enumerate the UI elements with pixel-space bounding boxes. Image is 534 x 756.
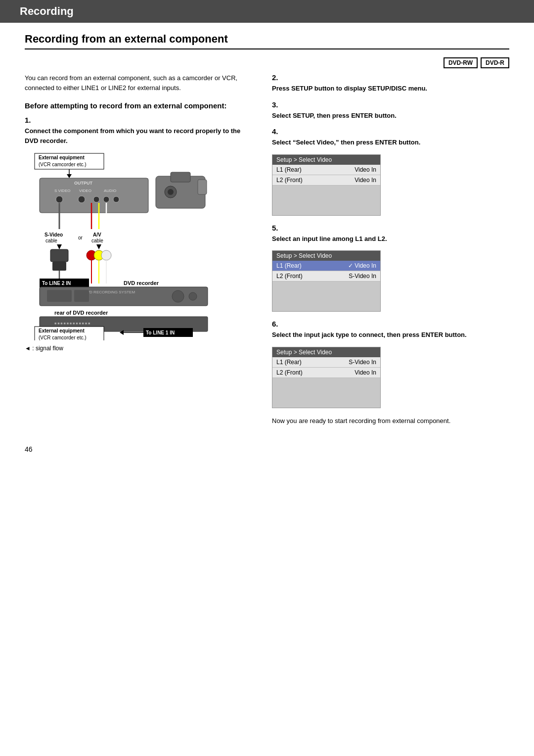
svg-text:AUDIO: AUDIO	[104, 189, 116, 193]
menu-step6-row2-value: Video In	[355, 369, 376, 376]
step-5-text: Select an input line among L1 and L2.	[272, 234, 499, 244]
menu-step6-row2-label: L2 (Front)	[276, 369, 303, 376]
menu-step6-body	[272, 378, 380, 408]
step-4-text: Select “Select Video,” then press ENTER …	[272, 138, 499, 147]
main-content: Recording from an external component DVD…	[0, 23, 534, 473]
svg-rect-5	[40, 178, 148, 213]
signal-flow-text: ◄ : signal flow	[25, 345, 252, 352]
svg-marker-29	[57, 244, 62, 249]
svg-point-10	[56, 196, 63, 203]
disc-badges: DVD-RW DVD-R	[25, 57, 509, 68]
menu-step5-row-2: L2 (Front) S-Video In	[272, 271, 380, 282]
svg-rect-19	[198, 180, 207, 194]
step-5-number: 5.	[272, 224, 499, 232]
svg-point-18	[168, 189, 174, 195]
svg-text:External equipment: External equipment	[39, 155, 85, 160]
menu-step4: Setup > Select Video L1 (Rear) Video In …	[272, 154, 381, 216]
svg-text:To LINE 1 IN: To LINE 1 IN	[146, 330, 175, 335]
step-3-text: Select SETUP, then press ENTER button.	[272, 111, 499, 121]
menu-step5-body	[272, 282, 380, 311]
intro-text: You can record from an external componen…	[25, 73, 252, 93]
two-column-layout: You can record from an external componen…	[25, 73, 509, 425]
svg-text:■ ■ ■ ■ ■ ■ ■ ■ ■ ■ ■ ■: ■ ■ ■ ■ ■ ■ ■ ■ ■ ■ ■ ■	[54, 322, 90, 325]
svg-point-47	[172, 290, 184, 302]
svg-text:(VCR camcorder etc.): (VCR camcorder etc.)	[39, 335, 87, 340]
menu-step5-row2-label: L2 (Front)	[276, 273, 303, 280]
menu-step4-row-2: L2 (Front) Video In	[272, 175, 380, 186]
menu-step5-row2-value: S-Video In	[349, 273, 376, 280]
svg-rect-45	[47, 290, 72, 302]
menu-step4-row1-value: Video In	[355, 166, 376, 173]
header-title: Recording	[20, 5, 74, 17]
menu-step5: Setup > Select Video L1 (Rear) ✓ Video I…	[272, 250, 381, 312]
svg-rect-32	[52, 262, 66, 271]
disc-badge-dvdr: DVD-R	[481, 57, 509, 68]
disc-badge-dvdrw: DVD-RW	[444, 57, 478, 68]
menu-step5-row1-value: ✓ Video In	[348, 262, 376, 269]
menu-step6-row-1: L1 (Rear) S-Video In	[272, 357, 380, 368]
svg-text:VIDEO: VIDEO	[79, 189, 91, 193]
svg-text:S VIDEO: S VIDEO	[54, 189, 70, 193]
step-2-number: 2.	[272, 73, 499, 82]
svg-rect-16	[171, 172, 190, 182]
svg-text:or: or	[78, 235, 83, 240]
svg-point-14	[113, 196, 119, 202]
menu-step6-row-2: L2 (Front) Video In	[272, 368, 380, 378]
svg-text:(VCR camcorder etc.): (VCR camcorder etc.)	[39, 162, 87, 167]
svg-point-11	[78, 196, 85, 203]
svg-text:rear of DVD recorder: rear of DVD recorder	[54, 310, 108, 316]
menu-step4-title: Setup > Select Video	[272, 155, 380, 165]
menu-step5-row1-label: L1 (Rear)	[276, 262, 302, 269]
svg-text:DVD recorder: DVD recorder	[124, 280, 159, 286]
svg-rect-31	[50, 249, 68, 262]
menu-step4-row2-value: Video In	[355, 177, 376, 184]
svg-text:External equipment: External equipment	[39, 328, 85, 333]
section-title: Recording from an external component	[25, 33, 509, 49]
svg-text:DVD RECORDING SYSTEM: DVD RECORDING SYSTEM	[84, 290, 135, 294]
left-column: You can record from an external componen…	[25, 73, 252, 425]
before-heading: Before attempting to record from an exte…	[25, 101, 252, 110]
page-header: Recording	[0, 0, 534, 23]
diagram-svg: External equipment (VCR camcorder etc.) …	[25, 152, 222, 340]
menu-step4-row2-label: L2 (Front)	[276, 177, 303, 184]
menu-step4-row-1: L1 (Rear) Video In	[272, 165, 380, 175]
step-4-number: 4.	[272, 127, 499, 136]
menu-step6-title: Setup > Select Video	[272, 347, 380, 357]
svg-text:S-Video: S-Video	[44, 232, 63, 237]
step-3-number: 3.	[272, 100, 499, 109]
svg-rect-46	[74, 290, 89, 302]
menu-step5-title: Setup > Select Video	[272, 251, 380, 261]
svg-marker-30	[96, 244, 101, 249]
svg-text:cable: cable	[45, 238, 57, 243]
svg-point-12	[93, 196, 99, 202]
step-6-number: 6.	[272, 320, 499, 328]
menu-step6: Setup > Select Video L1 (Rear) S-Video I…	[272, 347, 381, 408]
svg-text:A/V: A/V	[93, 232, 101, 237]
svg-point-35	[101, 250, 111, 260]
svg-point-13	[103, 196, 109, 202]
checkmark-icon: ✓	[348, 262, 353, 269]
menu-step4-body	[272, 186, 380, 215]
svg-point-48	[189, 292, 197, 300]
step-1-text: Connect the component from which you wan…	[25, 126, 252, 145]
step-1-number: 1.	[25, 116, 252, 124]
svg-text:OUTPUT: OUTPUT	[74, 181, 93, 186]
page-number: 46	[25, 445, 509, 453]
menu-step5-row-1: L1 (Rear) ✓ Video In	[272, 261, 380, 271]
svg-text:To LINE 2 IN: To LINE 2 IN	[42, 281, 71, 286]
connection-diagram: External equipment (VCR camcorder etc.) …	[25, 152, 252, 342]
svg-text:cable: cable	[91, 238, 103, 243]
svg-marker-4	[67, 174, 72, 178]
step-6-text: Select the input jack type to connect, t…	[272, 330, 499, 340]
step-2-text: Press SETUP button to display SETUP/DISC…	[272, 84, 499, 94]
right-column: 2. Press SETUP button to display SETUP/D…	[272, 73, 499, 425]
menu-step6-row1-value: S-Video In	[349, 359, 376, 366]
menu-step4-row1-label: L1 (Rear)	[276, 166, 302, 173]
menu-step6-row1-label: L1 (Rear)	[276, 359, 302, 366]
outro-text: Now you are ready to start recording fro…	[272, 416, 499, 426]
